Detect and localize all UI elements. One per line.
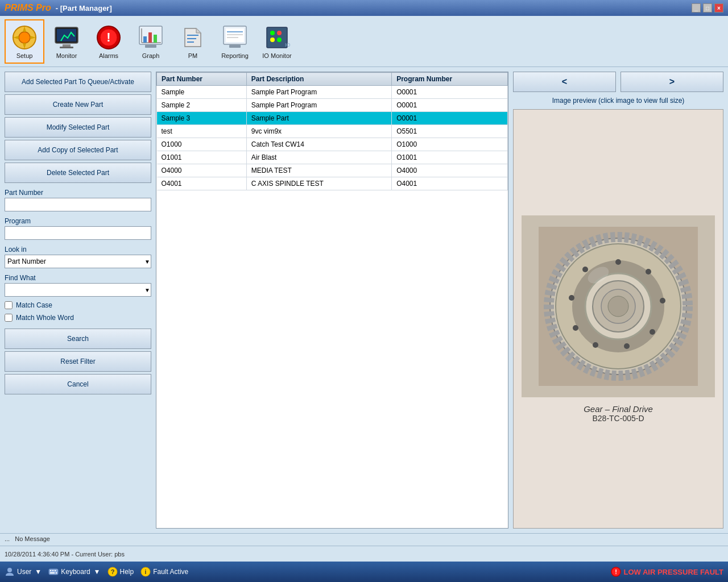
add-queue-button[interactable]: Add Selected Part To Queue/Activate [5,72,151,92]
svg-point-30 [270,31,275,35]
find-what-group: Find What ▼ [5,274,151,297]
look-in-group: Look in Part Number Part Description Pro… [5,246,151,268]
toolbar-pm[interactable]: PM [173,19,213,64]
look-in-wrapper: Part Number Part Description Program Num… [5,255,151,268]
match-whole-word-checkbox[interactable] [5,314,13,322]
graph-label: Graph [142,52,160,59]
parts-table-container[interactable]: Part Number Part Description Program Num… [156,72,508,529]
minimize-btn[interactable]: _ [692,3,701,13]
table-row[interactable]: test9vc vim9xO5501 [157,125,508,138]
svg-rect-24 [226,28,244,42]
match-whole-word-label: Match Whole Word [16,314,74,322]
svg-rect-9 [60,47,73,48]
svg-point-55 [7,568,12,572]
image-preview-box[interactable]: Gear – Final Drive B28-TC-005-D [513,109,723,529]
svg-text:i: i [145,569,147,575]
svg-point-53 [608,296,628,317]
svg-point-41 [615,259,621,265]
parts-table: Part Number Part Description Program Num… [156,72,508,190]
cancel-button[interactable]: Cancel [5,374,151,394]
part-number-input[interactable] [5,198,151,211]
part-number-group: Part Number [5,189,151,211]
user-dropdown-icon: ▼ [35,568,42,576]
look-in-select[interactable]: Part Number Part Description Program Num… [5,255,151,268]
svg-rect-58 [52,570,53,571]
next-button[interactable]: > [621,72,723,92]
svg-point-47 [573,325,578,331]
add-copy-button[interactable]: Add Copy of Selected Part [5,140,151,160]
work-area: Add Selected Part To Queue/Activate Crea… [0,67,728,533]
svg-point-45 [624,343,630,349]
match-case-checkbox[interactable] [5,301,13,309]
gear-caption-line1: Gear – Final Drive [584,404,653,414]
restore-btn[interactable]: □ [703,3,712,13]
svg-point-43 [660,298,665,304]
toolbar-reporting[interactable]: Reporting [215,19,255,64]
match-case-label: Match Case [16,301,52,309]
table-row[interactable]: SampleSample Part ProgramO0001 [157,86,508,99]
taskbar-fault-message: ! LOW AIR PRESSURE FAULT [610,567,724,577]
svg-text:!: ! [615,568,617,575]
col-part-number: Part Number [157,73,247,86]
toolbar-graph[interactable]: Graph [131,19,171,64]
toolbar-alarms[interactable]: ! Alarms [89,19,129,64]
svg-rect-18 [154,35,157,43]
fault-text: LOW AIR PRESSURE FAULT [624,568,724,576]
title-bar-controls: _ □ × [692,3,723,13]
svg-point-49 [582,267,588,272]
table-row[interactable]: O1001Air BlastO1001 [157,151,508,164]
match-whole-word-group: Match Whole Word [5,314,151,322]
program-group: Program [5,217,151,240]
svg-rect-61 [56,572,57,573]
svg-rect-17 [148,32,152,43]
table-row[interactable]: Sample 3Sample PartO0001 [157,112,508,125]
col-part-description: Part Description [246,73,391,86]
fault-icon: ! [610,567,622,577]
title-bar: PRIMS Pro - [Part Manager] _ □ × [0,0,728,16]
gear-caption-line2: B28-TC-005-D [584,414,653,423]
pm-label: PM [188,52,198,59]
find-what-input[interactable] [5,283,151,297]
modify-button[interactable]: Modify Selected Part [5,117,151,138]
monitor-label: Monitor [56,52,77,59]
user-label: User [17,568,31,576]
toolbar-iomonitor[interactable]: IO IO Monitor [257,19,297,64]
program-label: Program [5,217,151,225]
window-title: - [Part Manager] [56,4,112,13]
gear-image[interactable] [522,215,715,397]
table-row[interactable]: O1000Catch Test CW14O1000 [157,138,508,151]
alarms-label: Alarms [99,52,118,59]
table-row[interactable]: O4001C AXIS SPINDLE TESTO4001 [157,177,508,190]
taskbar-user[interactable]: User ▼ [5,567,42,577]
app-name: PRIMS Pro [5,3,51,13]
nav-buttons: < > [513,72,723,92]
svg-point-46 [593,342,598,348]
svg-point-31 [277,31,282,35]
toolbar-setup[interactable]: Setup [5,19,44,64]
left-panel: Add Selected Part To Queue/Activate Crea… [5,72,151,529]
svg-rect-8 [63,44,71,47]
search-button[interactable]: Search [5,329,151,349]
toolbar-monitor[interactable]: Monitor [47,19,86,64]
svg-rect-56 [49,569,58,575]
svg-point-33 [277,38,282,42]
keyboard-label: Keyboard [61,568,90,576]
taskbar-help[interactable]: ? Help [107,567,134,577]
table-row[interactable]: O4000MEDIA TESTO4000 [157,164,508,177]
match-case-group: Match Case [5,301,151,309]
reset-filter-button[interactable]: Reset Filter [5,351,151,372]
program-input[interactable] [5,226,151,240]
taskbar-fault-active[interactable]: i Fault Active [140,567,188,577]
taskbar-keyboard[interactable]: Keyboard ▼ [48,567,100,577]
keyboard-dropdown-icon: ▼ [94,568,101,576]
datetime-label: 10/28/2011 4:36:40 PM - Current User: pb… [5,551,125,558]
toolbar: Setup Monitor ! Alarms Grap [0,16,728,67]
delete-button[interactable]: Delete Selected Part [5,163,151,183]
svg-rect-19 [145,45,156,48]
close-btn[interactable]: × [714,3,723,13]
create-new-button[interactable]: Create New Part [5,94,151,115]
fault-active-label: Fault Active [153,568,188,576]
prev-button[interactable]: < [513,72,616,92]
table-row[interactable]: Sample 2Sample Part ProgramO0001 [157,99,508,112]
status-message: No Message [15,535,50,542]
